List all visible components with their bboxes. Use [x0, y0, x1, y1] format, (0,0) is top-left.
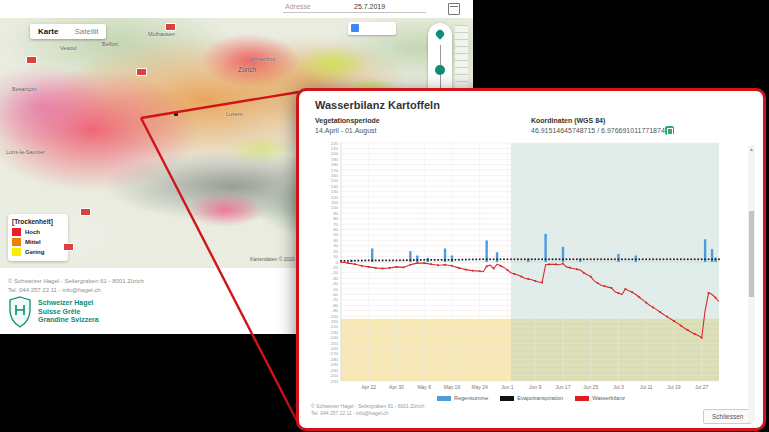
svg-text:-80: -80 [332, 303, 339, 308]
svg-text:Jun 9: Jun 9 [529, 384, 541, 390]
svg-text:-130: -130 [329, 330, 338, 335]
app-topbar: Adresse 25.7.2019 [0, 0, 473, 19]
vegetation-period-value: 14.April - 01.August [315, 127, 376, 134]
legend-color-gering [12, 248, 21, 256]
close-button[interactable]: Schliessen [703, 409, 752, 424]
svg-text:80: 80 [333, 216, 338, 221]
chart-legend: RegensummeEvapotranspirationWasserbilanz [299, 395, 763, 401]
map-city-label: Vesoul [60, 45, 77, 51]
drought-legend-title: [Trockenheit] [12, 218, 64, 225]
svg-text:Jul 3: Jul 3 [613, 384, 624, 390]
map-city-label: Lons-le-Saunier [6, 149, 45, 155]
svg-text:60: 60 [333, 227, 338, 232]
chart-legend-label: Regensumme [454, 395, 488, 401]
svg-text:Jul 11: Jul 11 [640, 384, 653, 390]
road-badge-icon [165, 23, 176, 31]
drought-legend: [Trockenheit] Hoch Mittel Gering [8, 214, 68, 261]
map-city-label: Belfort [102, 41, 118, 47]
svg-text:-70: -70 [332, 297, 339, 302]
scroll-up-arrow[interactable]: ▲ [749, 146, 754, 152]
road-badge-icon [26, 56, 37, 64]
svg-text:Jun 1: Jun 1 [501, 384, 513, 390]
svg-text:0: 0 [336, 260, 339, 265]
map-search-control[interactable] [348, 22, 396, 35]
svg-text:May 16: May 16 [444, 384, 461, 390]
legend-row-mittel: Mittel [12, 238, 64, 246]
road-badge-icon [136, 68, 147, 76]
svg-text:10: 10 [333, 254, 338, 259]
chart-legend-swatch [500, 396, 514, 401]
logo-text: Schweizer Hagel Suisse Grêle Grandine Sv… [38, 299, 99, 328]
svg-text:-40: -40 [332, 281, 339, 286]
scrollbar-thumb[interactable] [749, 211, 754, 297]
calendar-icon[interactable] [448, 3, 460, 15]
footer-address-line: © Schweizer Hagel - Seilergraben 61 - 80… [8, 278, 144, 284]
svg-text:-170: -170 [329, 351, 338, 356]
svg-text:-10: -10 [332, 265, 339, 270]
date-input[interactable]: 25.7.2019 [352, 2, 426, 13]
svg-text:Jul 27: Jul 27 [695, 384, 709, 390]
chart-legend-swatch [575, 396, 589, 401]
dialog-title: Wasserbilanz Kartoffeln [315, 99, 440, 111]
svg-text:-50: -50 [332, 287, 339, 292]
map-type-karte-button[interactable]: Karte [30, 27, 66, 36]
svg-text:170: 170 [331, 168, 339, 173]
chart-legend-item: Regensumme [437, 395, 488, 401]
map-city-label: Mulhausen [148, 31, 175, 37]
svg-text:-220: -220 [329, 379, 338, 384]
svg-text:30: 30 [333, 243, 338, 248]
svg-text:40: 40 [333, 238, 338, 243]
dialog-footer-line2: Tel. 044 257 22 11 - info@hagel.ch [311, 410, 388, 416]
legend-label-mittel: Mittel [25, 239, 41, 245]
svg-text:Apr 22: Apr 22 [361, 384, 376, 390]
map-city-label: Winterthur [250, 56, 275, 62]
shield-icon [8, 296, 32, 328]
svg-text:-110: -110 [330, 319, 339, 324]
svg-text:150: 150 [331, 178, 339, 183]
legend-row-hoch: Hoch [12, 228, 64, 236]
svg-text:Jun 25: Jun 25 [583, 384, 598, 390]
svg-text:-150: -150 [329, 341, 338, 346]
map-pin-icon [351, 24, 359, 32]
svg-text:100: 100 [331, 205, 339, 210]
svg-text:130: 130 [331, 189, 339, 194]
legend-label-hoch: Hoch [25, 229, 40, 235]
svg-text:Jul 19: Jul 19 [667, 384, 681, 390]
water-droplet-icon [434, 28, 445, 39]
svg-text:-20: -20 [332, 270, 339, 275]
svg-text:50: 50 [333, 232, 338, 237]
selected-location-marker [174, 112, 178, 116]
chart-legend-label: Evapotranspiration [517, 395, 563, 401]
legend-color-mittel [12, 238, 21, 246]
svg-text:180: 180 [331, 162, 339, 167]
legend-color-hoch [12, 228, 21, 236]
svg-text:190: 190 [331, 157, 339, 162]
chart-legend-swatch [437, 396, 451, 401]
map-city-label: Zürich [238, 66, 256, 73]
footer-phone-line: Tel. 044 257 22 11 - info@hagel.ch [8, 287, 101, 293]
svg-text:220: 220 [331, 141, 339, 146]
legend-label-gering: Gering [25, 249, 44, 255]
svg-text:Apr 30: Apr 30 [389, 384, 404, 390]
chart-legend-item: Evapotranspiration [500, 395, 563, 401]
svg-text:May 8: May 8 [417, 384, 431, 390]
svg-text:-190: -190 [329, 362, 338, 367]
copy-coordinates-icon[interactable] [665, 126, 674, 135]
svg-text:-160: -160 [329, 346, 338, 351]
schweizer-hagel-logo: Schweizer Hagel Suisse Grêle Grandine Sv… [8, 296, 99, 328]
dialog-scrollbar[interactable]: ▲ [748, 145, 755, 423]
map-type-satellit-button[interactable]: Satellit [66, 27, 106, 36]
svg-text:Jun 17: Jun 17 [555, 384, 570, 390]
svg-text:160: 160 [331, 173, 339, 178]
road-badge-icon [63, 243, 74, 251]
svg-text:70: 70 [333, 222, 338, 227]
svg-text:-140: -140 [329, 335, 338, 340]
svg-text:140: 140 [331, 184, 339, 189]
water-balance-dialog: Wasserbilanz Kartoffeln Vegetationsperio… [296, 88, 766, 431]
svg-text:120: 120 [331, 195, 339, 200]
svg-text:-30: -30 [332, 276, 339, 281]
svg-text:90: 90 [333, 211, 338, 216]
map-attribution: Kartendaten © 2020 [250, 256, 295, 262]
vegetation-period-label: Vegetationsperiode [315, 117, 380, 124]
slider-handle[interactable] [435, 65, 445, 75]
